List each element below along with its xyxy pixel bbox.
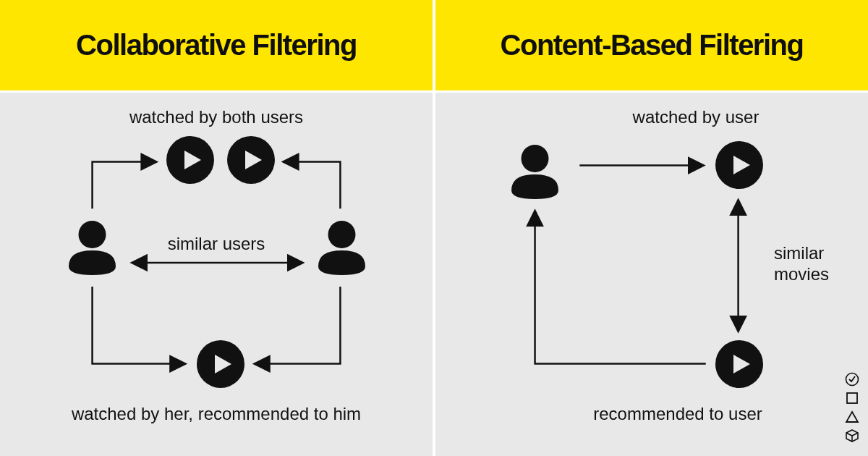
corner-badges [845,372,859,443]
check-icon [845,372,859,387]
triangle-icon [845,410,859,424]
play-icon [165,135,216,188]
cube-icon [845,428,859,443]
svg-rect-17 [847,393,857,403]
svg-point-9 [522,145,549,172]
user-icon [61,216,123,280]
content-based-filtering-panel: Content-Based Filtering watched by user … [434,0,868,456]
svg-point-5 [328,221,356,248]
right-title: Content-Based Filtering [501,29,804,62]
right-header: Content-Based Filtering [435,0,868,93]
left-header: Collaborative Filtering [0,0,433,93]
label-watched-both: watched by both users [129,107,303,127]
user-icon [311,216,373,280]
label-similar-movies: similar movies [774,243,839,285]
play-icon [714,140,765,193]
left-title: Collaborative Filtering [76,29,357,62]
play-icon [195,339,246,392]
label-watched-user: watched by user [633,107,760,127]
collaborative-filtering-panel: Collaborative Filtering watched by both … [0,0,434,456]
svg-point-16 [846,373,859,386]
play-icon [714,339,765,392]
user-icon [504,140,566,204]
right-diagram: watched by user similar movies recommend… [435,93,868,456]
left-diagram: watched by both users similar users watc… [0,93,433,456]
label-similar-users: similar users [168,234,265,254]
square-icon [845,391,859,405]
label-watched-her: watched by her, recommended to him [72,404,361,424]
play-icon [226,135,276,188]
label-recommended-user: recommended to user [593,404,762,424]
svg-marker-18 [846,412,858,422]
svg-point-4 [79,221,106,248]
